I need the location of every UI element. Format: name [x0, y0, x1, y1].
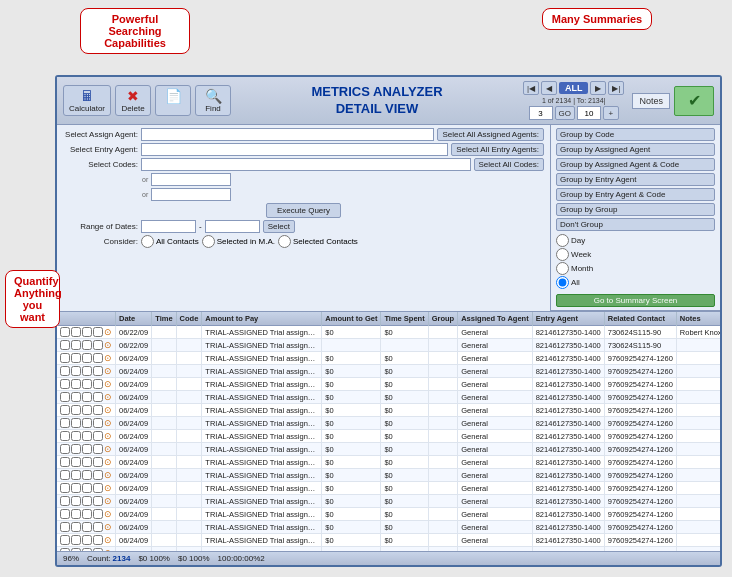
row-checkbox-4[interactable] [93, 457, 103, 467]
row-checkbox-4[interactable] [93, 470, 103, 480]
row-checkbox-3[interactable] [82, 444, 92, 454]
nav-next-button[interactable]: ▶ [590, 81, 606, 95]
row-checkbox-3[interactable] [82, 496, 92, 506]
row-checkbox-3[interactable] [82, 483, 92, 493]
row-checkbox-3[interactable] [82, 457, 92, 467]
codes-input[interactable] [141, 158, 471, 171]
group-btn-4[interactable]: Group by Entry Agent & Code [556, 188, 715, 201]
row-checkbox-3[interactable] [82, 509, 92, 519]
row-checkbox-3[interactable] [82, 353, 92, 363]
row-checkbox-4[interactable] [93, 379, 103, 389]
group-btn-1[interactable]: Group by Assigned Agent [556, 143, 715, 156]
codes-or-input-2[interactable] [151, 188, 231, 201]
row-checkbox-3[interactable] [82, 418, 92, 428]
row-checkbox-3[interactable] [82, 379, 92, 389]
row-checkbox[interactable] [60, 366, 70, 376]
row-checkbox[interactable] [60, 327, 70, 337]
all-contacts-radio[interactable] [141, 235, 154, 248]
row-checkbox-2[interactable] [71, 483, 81, 493]
entry-agent-input[interactable] [141, 143, 448, 156]
row-checkbox-2[interactable] [71, 535, 81, 545]
row-checkbox[interactable] [60, 418, 70, 428]
row-checkbox-4[interactable] [93, 431, 103, 441]
row-checkbox[interactable] [60, 470, 70, 480]
week-radio[interactable] [556, 248, 569, 261]
row-checkbox-3[interactable] [82, 470, 92, 480]
nav-increment-button[interactable]: + [603, 106, 619, 120]
row-checkbox[interactable] [60, 457, 70, 467]
range-start-input[interactable] [141, 220, 196, 233]
group-btn-6[interactable]: Don't Group [556, 218, 715, 231]
row-checkbox-4[interactable] [93, 535, 103, 545]
row-checkbox[interactable] [60, 340, 70, 350]
row-checkbox[interactable] [60, 522, 70, 532]
nav-first-button[interactable]: |◀ [523, 81, 539, 95]
select-all-codes-button[interactable]: Select All Codes: [474, 158, 544, 171]
delete-button[interactable]: ✖ Delete [115, 85, 151, 117]
go-to-summary-button[interactable]: Go to Summary Screen [556, 294, 715, 307]
row-checkbox-4[interactable] [93, 353, 103, 363]
select-all-assigned-button[interactable]: Select All Assigned Agents: [437, 128, 544, 141]
row-checkbox-4[interactable] [93, 496, 103, 506]
row-checkbox[interactable] [60, 483, 70, 493]
find-button[interactable]: 🔍 Find [195, 85, 231, 117]
row-checkbox-3[interactable] [82, 392, 92, 402]
row-checkbox-2[interactable] [71, 353, 81, 363]
export-button[interactable]: ✔ [674, 86, 714, 116]
row-checkbox-2[interactable] [71, 418, 81, 428]
row-checkbox-2[interactable] [71, 509, 81, 519]
row-checkbox[interactable] [60, 444, 70, 454]
row-checkbox[interactable] [60, 379, 70, 389]
row-checkbox[interactable] [60, 509, 70, 519]
row-checkbox-4[interactable] [93, 405, 103, 415]
all-radio[interactable] [556, 276, 569, 289]
month-radio[interactable] [556, 262, 569, 275]
unnamed-button[interactable]: 📄 [155, 85, 191, 117]
row-checkbox-2[interactable] [71, 496, 81, 506]
row-checkbox-2[interactable] [71, 444, 81, 454]
day-radio[interactable] [556, 234, 569, 247]
row-checkbox[interactable] [60, 392, 70, 402]
notes-button[interactable]: Notes [632, 93, 670, 109]
select-all-entry-button[interactable]: Select All Entry Agents: [451, 143, 544, 156]
row-checkbox-3[interactable] [82, 366, 92, 376]
row-checkbox-4[interactable] [93, 327, 103, 337]
row-checkbox-4[interactable] [93, 366, 103, 376]
group-btn-2[interactable]: Group by Assigned Agent & Code [556, 158, 715, 171]
nav-page-input[interactable] [529, 106, 553, 120]
group-btn-3[interactable]: Group by Entry Agent [556, 173, 715, 186]
row-checkbox-4[interactable] [93, 340, 103, 350]
execute-query-button[interactable]: Execute Query [266, 203, 341, 218]
row-checkbox-3[interactable] [82, 535, 92, 545]
selected-contacts-radio[interactable] [278, 235, 291, 248]
row-checkbox-2[interactable] [71, 327, 81, 337]
selected-ma-radio[interactable] [202, 235, 215, 248]
row-checkbox-3[interactable] [82, 431, 92, 441]
row-checkbox-4[interactable] [93, 483, 103, 493]
row-checkbox-2[interactable] [71, 405, 81, 415]
row-checkbox-4[interactable] [93, 522, 103, 532]
range-select-button[interactable]: Select [263, 220, 295, 233]
row-checkbox-2[interactable] [71, 392, 81, 402]
group-btn-5[interactable]: Group by Group [556, 203, 715, 216]
row-checkbox-2[interactable] [71, 522, 81, 532]
range-end-input[interactable] [205, 220, 260, 233]
row-checkbox-3[interactable] [82, 522, 92, 532]
row-checkbox[interactable] [60, 431, 70, 441]
row-checkbox-2[interactable] [71, 470, 81, 480]
nav-to-input[interactable] [577, 106, 601, 120]
nav-prev-button[interactable]: ◀ [541, 81, 557, 95]
go-button[interactable]: GO [555, 106, 575, 120]
row-checkbox-2[interactable] [71, 457, 81, 467]
row-checkbox-4[interactable] [93, 418, 103, 428]
row-checkbox-4[interactable] [93, 392, 103, 402]
row-checkbox[interactable] [60, 535, 70, 545]
row-checkbox[interactable] [60, 353, 70, 363]
row-checkbox-4[interactable] [93, 509, 103, 519]
row-checkbox-3[interactable] [82, 405, 92, 415]
row-checkbox-4[interactable] [93, 444, 103, 454]
row-checkbox[interactable] [60, 496, 70, 506]
codes-or-input-1[interactable] [151, 173, 231, 186]
calculator-button[interactable]: 🖩 Calculator [63, 85, 111, 117]
row-checkbox-2[interactable] [71, 379, 81, 389]
